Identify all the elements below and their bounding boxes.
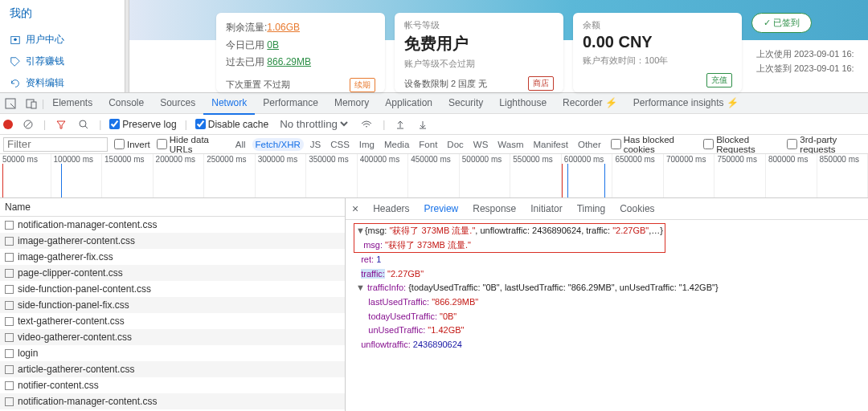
- disable-cache-checkbox[interactable]: Disable cache: [195, 119, 268, 130]
- tier-value: 免费用户: [404, 33, 554, 55]
- devtools-tab-recorder-[interactable]: Recorder ⚡: [555, 92, 625, 115]
- resource-filter-img[interactable]: Img: [356, 138, 378, 151]
- devtools-tab-elements[interactable]: Elements: [44, 92, 100, 115]
- timeline-tick: 550000 ms: [510, 154, 562, 197]
- sidebar-item-referral[interactable]: 引荐赚钱: [10, 51, 125, 72]
- detail-tab-response[interactable]: Response: [473, 203, 516, 214]
- filter-input[interactable]: [3, 137, 108, 152]
- json-key: lastUsedTraffic:: [368, 297, 429, 307]
- detail-tab-timing[interactable]: Timing: [577, 203, 606, 214]
- blocked-cookies-checkbox[interactable]: Has blocked cookies: [611, 135, 697, 154]
- request-row[interactable]: page-clipper-content.css: [0, 265, 345, 281]
- request-row[interactable]: article-gatherer-content.css: [0, 361, 345, 377]
- renew-button[interactable]: 续期: [350, 78, 375, 92]
- resource-filter-fetch-xhr[interactable]: Fetch/XHR: [252, 138, 304, 151]
- request-row[interactable]: video-gatherer-content.css: [0, 329, 345, 345]
- json-preview[interactable]: ▼{msg: "获得了 373MB 流量.", unflowtraffic: 2…: [346, 220, 868, 355]
- checkin-button[interactable]: ✓ 已签到: [751, 13, 812, 33]
- resource-filter-font[interactable]: Font: [416, 138, 440, 151]
- sidebar-item-profile-edit[interactable]: 资料编辑: [10, 72, 125, 94]
- network-timeline[interactable]: 50000 ms100000 ms150000 ms200000 ms25000…: [0, 153, 868, 198]
- request-row[interactable]: text-gatherer-content.css: [0, 313, 345, 329]
- detail-tab-cookies[interactable]: Cookies: [620, 203, 654, 214]
- throttling-select[interactable]: No throttling: [276, 117, 350, 131]
- blocked-req-label: Blocked Requests: [716, 135, 780, 154]
- detail-tab-headers[interactable]: Headers: [373, 203, 409, 214]
- disable-cache-label: Disable cache: [208, 119, 268, 130]
- hide-urls-checkbox[interactable]: Hide data URLs: [157, 135, 226, 154]
- devtools-tab-network[interactable]: Network: [203, 92, 255, 115]
- search-icon[interactable]: [76, 117, 91, 132]
- row-checkbox[interactable]: [5, 237, 14, 246]
- json-value: "866.29MB": [432, 297, 478, 307]
- inspect-icon[interactable]: [0, 98, 21, 109]
- store-button[interactable]: 商店: [528, 76, 554, 91]
- detail-tab-initiator[interactable]: Initiator: [530, 203, 562, 214]
- sidebar-item-label: 引荐赚钱: [26, 55, 64, 68]
- row-checkbox[interactable]: [5, 317, 14, 326]
- request-row[interactable]: side-function-panel-fix.css: [0, 297, 345, 313]
- resource-filter-wasm[interactable]: Wasm: [494, 138, 526, 151]
- resource-filter-doc[interactable]: Doc: [444, 138, 466, 151]
- timeline-tick: 700000 ms: [664, 154, 715, 197]
- request-row[interactable]: image-gatherer-content.css: [0, 233, 345, 249]
- resource-filter-other[interactable]: Other: [575, 138, 604, 151]
- resource-filter-all[interactable]: All: [232, 138, 249, 151]
- devtools-tab-console[interactable]: Console: [100, 92, 152, 115]
- request-row[interactable]: notification-manager-content.css: [0, 393, 345, 409]
- clear-icon[interactable]: [21, 117, 35, 132]
- past-value[interactable]: 866.29MB: [267, 56, 311, 67]
- devtools-tab-lighthouse[interactable]: Lighthouse: [491, 92, 555, 115]
- row-checkbox[interactable]: [5, 333, 14, 342]
- row-checkbox[interactable]: [5, 221, 14, 230]
- recharge-button[interactable]: 充值: [706, 73, 732, 87]
- upload-icon[interactable]: [393, 117, 407, 132]
- devtools-tab-sources[interactable]: Sources: [152, 92, 203, 115]
- row-checkbox[interactable]: [5, 269, 14, 278]
- devtools-tab-performance[interactable]: Performance: [255, 92, 326, 115]
- preserve-log-label: Preserve log: [122, 119, 176, 130]
- table-header-name[interactable]: Name: [0, 198, 345, 217]
- today-value[interactable]: 0B: [267, 39, 279, 51]
- timeline-tick: 100000 ms: [51, 154, 103, 197]
- request-row[interactable]: side-function-panel-content.css: [0, 281, 345, 297]
- devtools-tab-security[interactable]: Security: [440, 92, 491, 115]
- json-value: 1: [376, 254, 381, 264]
- json-value: 2436890624: [413, 340, 462, 349]
- devtools-tab-application[interactable]: Application: [377, 92, 440, 115]
- row-checkbox[interactable]: [5, 285, 14, 294]
- record-button[interactable]: [3, 120, 13, 129]
- remain-value[interactable]: 1.06GB: [267, 22, 300, 33]
- close-icon[interactable]: ×: [352, 202, 362, 215]
- request-row[interactable]: login: [0, 345, 345, 361]
- row-checkbox[interactable]: [5, 381, 14, 390]
- resource-filter-js[interactable]: JS: [307, 138, 324, 151]
- preserve-log-checkbox[interactable]: Preserve log: [109, 119, 176, 130]
- request-row[interactable]: notification-manager-content.css: [0, 217, 345, 233]
- request-row[interactable]: image-gatherer-fix.css: [0, 249, 345, 265]
- user-icon: [10, 35, 21, 46]
- row-checkbox[interactable]: [5, 365, 14, 374]
- row-checkbox[interactable]: [5, 349, 14, 358]
- detail-tab-preview[interactable]: Preview: [424, 203, 459, 214]
- row-checkbox[interactable]: [5, 253, 14, 262]
- invert-checkbox[interactable]: Invert: [114, 139, 150, 149]
- request-row[interactable]: notifier-content.css: [0, 377, 345, 393]
- sidebar-item-user-center[interactable]: 用户中心: [10, 29, 125, 51]
- resource-filter-ws[interactable]: WS: [470, 138, 492, 151]
- third-party-checkbox[interactable]: 3rd-party requests: [787, 135, 865, 154]
- resource-filter-manifest[interactable]: Manifest: [530, 138, 571, 151]
- request-name: side-function-panel-content.css: [18, 283, 151, 295]
- row-checkbox[interactable]: [5, 397, 14, 406]
- row-checkbox[interactable]: [5, 301, 14, 310]
- devtools-tab-memory[interactable]: Memory: [326, 92, 377, 115]
- wifi-icon[interactable]: [358, 117, 375, 132]
- resource-filter-css[interactable]: CSS: [327, 138, 353, 151]
- devtools-tab-performance-insights-[interactable]: Performance insights ⚡: [625, 92, 747, 115]
- blocked-requests-checkbox[interactable]: Blocked Requests: [703, 135, 780, 154]
- filter-icon[interactable]: [54, 117, 68, 132]
- download-icon[interactable]: [416, 117, 430, 132]
- device-icon[interactable]: [21, 98, 42, 109]
- remain-label: 剩余流量:: [226, 22, 267, 33]
- resource-filter-media[interactable]: Media: [381, 138, 412, 151]
